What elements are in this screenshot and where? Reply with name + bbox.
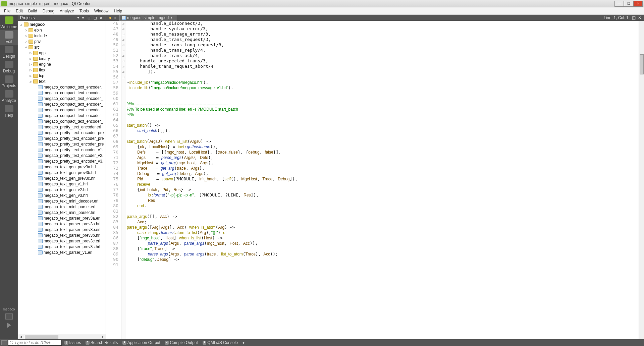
file-node[interactable]: megaco_text_parser_prev3b.erl (18, 227, 106, 232)
folder-node[interactable]: ⊿megaco (18, 21, 106, 27)
qml-console-tab[interactable]: 5QML/JS Console (201, 340, 240, 345)
menu-edit[interactable]: Edit (13, 8, 25, 14)
file-node[interactable]: megaco_text_parser_prev3a.hrl (18, 221, 106, 227)
kit-selector[interactable] (0, 312, 18, 321)
menu-build[interactable]: Build (25, 8, 40, 14)
file-node[interactable]: megaco_pretty_text_encoder_pre (18, 135, 106, 141)
window-title: megaco_simple_mg.erl - megaco - Qt Creat… (9, 1, 614, 6)
sync-button[interactable]: ⊞ (86, 15, 92, 20)
file-node[interactable]: megaco_text_gen_prev3a.hrl (18, 164, 106, 170)
mode-bar: Welcome Edit Design Debug Projects Analy… (0, 15, 18, 339)
nav-back-button[interactable]: ◄ (107, 15, 112, 20)
current-filename: megaco_simple_mg.erl (127, 15, 169, 20)
vertical-scrollbar[interactable] (639, 21, 644, 339)
build-button[interactable] (0, 330, 18, 339)
menu-analyze[interactable]: Analyze (57, 8, 77, 14)
menu-window[interactable]: Window (92, 8, 111, 14)
search-icon (10, 341, 13, 344)
mode-help[interactable]: Help (0, 104, 18, 119)
folder-node[interactable]: ▷include (18, 33, 106, 39)
code-editor[interactable]: 46 47 48 49 50 51 52 53 54 55 56 57 58 5… (106, 21, 644, 339)
file-node[interactable]: megaco_pretty_text_encoder_v3. (18, 158, 106, 164)
file-node[interactable]: megaco_pretty_text_encoder_pre (18, 141, 106, 147)
file-node[interactable]: megaco_text_gen_prev3b.hrl (18, 170, 106, 175)
horizontal-scrollbar[interactable]: ◄► (18, 334, 106, 339)
kit-label: megaco (0, 306, 18, 312)
folder-node[interactable]: ⊿text (18, 78, 106, 84)
mode-label: Debug (3, 69, 15, 73)
mode-debug[interactable]: Debug (0, 60, 18, 74)
maximize-button[interactable]: ☐ (624, 1, 633, 7)
folder-node[interactable]: ▷tcp (18, 73, 106, 78)
mode-edit[interactable]: Edit (0, 30, 18, 45)
monitor-icon (5, 313, 13, 320)
folder-node[interactable]: ▷app (18, 50, 106, 56)
nav-forward-button[interactable]: ► (113, 15, 118, 20)
file-node[interactable]: megaco_text_parser_prev3c.erl (18, 238, 106, 244)
folder-node[interactable]: ▷binary (18, 56, 106, 61)
toggle-sidebar-button[interactable] (1, 340, 7, 345)
menu-debug[interactable]: Debug (40, 8, 57, 14)
help-icon (5, 105, 13, 112)
minimize-button[interactable]: — (614, 1, 624, 7)
folder-node[interactable]: ▷engine (18, 61, 106, 67)
projects-title: Projects (20, 15, 77, 20)
file-node[interactable]: megaco_text_parser_prev3b.hrl (18, 232, 106, 238)
file-node[interactable]: megaco_compact_text_encoder_ (18, 90, 106, 96)
split-button[interactable]: ◫ (92, 15, 98, 20)
mode-projects[interactable]: Projects (0, 74, 18, 89)
folder-node[interactable]: ▷ebin (18, 27, 106, 33)
filter-button[interactable]: ▾ (80, 15, 86, 20)
file-node[interactable]: megaco_text_gen_v2.hrl (18, 187, 106, 192)
file-node[interactable]: megaco_compact_text_encoder_ (18, 113, 106, 118)
project-tree[interactable]: ⊿megaco▷ebin▷include▷priv⊿src▷app▷binary… (18, 21, 106, 334)
file-node[interactable]: megaco_pretty_text_encoder.erl (18, 124, 106, 130)
file-selector[interactable]: megaco_simple_mg.erl ▼ (119, 15, 177, 21)
mode-analyze[interactable]: Analyze (0, 89, 18, 104)
compile-output-tab[interactable]: 4Compile Output (163, 340, 200, 345)
menu-help[interactable]: Help (111, 8, 125, 14)
file-node[interactable]: megaco_pretty_text_encoder_pre (18, 130, 106, 135)
file-node[interactable]: megaco_text_gen_v3.hrl (18, 192, 106, 198)
design-icon (5, 46, 13, 53)
output-selector[interactable]: ▾ (240, 340, 247, 345)
file-node[interactable]: megaco_text_mini_parser.hrl (18, 210, 106, 215)
file-node[interactable]: megaco_compact_text_encoder_ (18, 96, 106, 101)
issues-tab[interactable]: 1Issues (62, 340, 83, 345)
app-output-tab[interactable]: 3Application Output (120, 340, 162, 345)
file-node[interactable]: megaco_text_parser_prev3a.erl (18, 215, 106, 221)
file-node[interactable]: megaco_compact_text_encoder. (18, 84, 106, 90)
file-node[interactable]: megaco_text_gen_prev3c.hrl (18, 175, 106, 181)
editor-toolbar: ◄ ► megaco_simple_mg.erl ▼ Line: 1, Col:… (106, 15, 644, 21)
file-node[interactable]: megaco_text_mini_decoder.erl (18, 198, 106, 204)
file-node[interactable]: megaco_pretty_text_encoder_v1. (18, 147, 106, 153)
file-node[interactable]: megaco_text_parser_prev3c.hrl (18, 244, 106, 249)
folder-node[interactable]: ⊿src (18, 44, 106, 50)
editor-area: ◄ ► megaco_simple_mg.erl ▼ Line: 1, Col:… (106, 15, 644, 339)
projects-icon (5, 75, 13, 83)
menu-file[interactable]: File (1, 8, 13, 14)
analyze-icon (5, 90, 13, 98)
run-button[interactable] (0, 321, 18, 330)
search-results-tab[interactable]: 2Search Results (84, 340, 120, 345)
fold-column[interactable]: ⊿ ⊿ ⊿ ⊿ ⊿ ⊿ ⊿ ⊿ ⊿ ⊿ ⊿ (121, 21, 125, 339)
file-node[interactable]: megaco_compact_text_encoder_ (18, 107, 106, 113)
close-panel-button[interactable]: ✕ (98, 15, 104, 20)
code-content[interactable]: handle_disconnect/3, handle_syntax_error… (125, 21, 639, 339)
file-node[interactable]: megaco_compact_text_encoder_ (18, 118, 106, 124)
close-button[interactable]: ✕ (633, 1, 643, 7)
file-node[interactable]: megaco_compact_text_encoder_ (18, 101, 106, 107)
menu-tools[interactable]: Tools (77, 8, 92, 14)
locator-input[interactable]: Type to locate (Ctrl+... (8, 340, 62, 346)
file-node[interactable]: megaco_text_gen_v1.hrl (18, 181, 106, 187)
file-node[interactable]: megaco_pretty_text_encoder_v2. (18, 153, 106, 158)
close-editor-button[interactable]: ✕ (638, 15, 643, 20)
mode-welcome[interactable]: Welcome (0, 15, 18, 30)
file-node[interactable]: megaco_text_mini_parser.erl (18, 204, 106, 210)
cursor-position[interactable]: Line: 1, Col: 1 (602, 15, 631, 20)
mode-design[interactable]: Design (0, 45, 18, 60)
folder-node[interactable]: ▷priv (18, 39, 106, 44)
file-node[interactable]: megaco_text_parser_v1.erl (18, 249, 106, 255)
folder-node[interactable]: ▷flex (18, 67, 106, 73)
split-editor-button[interactable]: ◫ (632, 15, 637, 20)
